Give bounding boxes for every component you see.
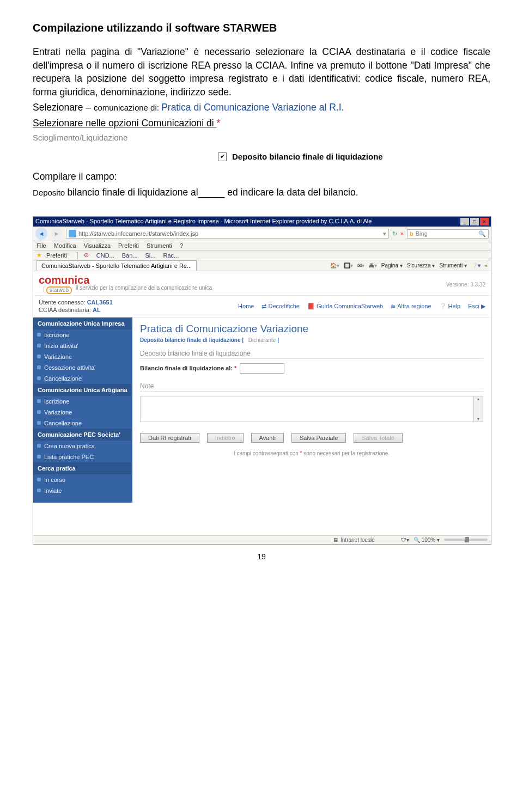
ie-tab-bar: ComunicaStarweb - Sportello Telematico A… (33, 260, 491, 271)
ie-status-bar: 🖥Intranet locale 🛡▾ 🔍 100% ▾ (33, 535, 491, 544)
page-menu[interactable]: Pagina ▾ (381, 262, 403, 268)
ie-menubar: File Modifica Visualizza Preferiti Strum… (33, 241, 491, 251)
doc-p5: Compilare il campo: (33, 170, 490, 184)
maximize-icon: □ (470, 218, 479, 225)
help-icon[interactable]: ❔▾ (471, 262, 481, 268)
ie-favorites-bar: ★ Preferiti │ ⊘ CND... Ban... Si... Rac.… (33, 251, 491, 260)
window-controls[interactable]: _□× (459, 218, 489, 225)
user-info: Utente connesso: CAL3651 CCIAA destinata… (39, 298, 113, 314)
minimize-icon: _ (460, 218, 469, 225)
section-heading: Note (140, 382, 483, 392)
zoom-slider[interactable] (444, 539, 488, 541)
doc-p1: Entrati nella pagina di "Variazione" è n… (33, 45, 490, 99)
menu-help[interactable]: ? (180, 242, 183, 249)
btn-dati-ri[interactable]: Dati RI registrati (140, 433, 199, 443)
menu-file[interactable]: File (37, 242, 46, 249)
print-icon[interactable]: 🖶▾ (369, 262, 377, 268)
sidebar-item[interactable]: Inviate (33, 485, 132, 496)
note-textarea[interactable]: ▴▾ (140, 396, 483, 422)
mail-icon[interactable]: ✉▾ (357, 262, 364, 268)
sidebar-item[interactable]: Variazione (33, 407, 132, 418)
field-label: Bilancio finale di liquidazione al: * (140, 365, 236, 371)
sidebar-item[interactable]: Crea nuova pratica (33, 441, 132, 451)
sidebar-item[interactable]: Cessazione attivita' (33, 362, 132, 373)
favorites-icon[interactable]: ★ (37, 252, 42, 259)
footnote: I campi contrassegnati con * sono necess… (140, 450, 483, 456)
page-title: Pratica di Comunicazione Variazione (140, 323, 483, 335)
fav-stop-icon[interactable]: ⊘ (84, 252, 89, 259)
checkbox-icon: ✔ (218, 152, 227, 161)
btn-salva-totale[interactable]: Salva Totale (354, 433, 403, 443)
zoom-label[interactable]: 🔍 100% ▾ (413, 537, 440, 543)
nav-home[interactable]: Home (238, 303, 254, 309)
fav-link[interactable]: Rac... (163, 252, 179, 259)
url-input[interactable]: http://starweb.infocamere.it/starweb/ind… (66, 229, 389, 239)
nav-guida[interactable]: 📕 Guida ComunicaStarweb (307, 303, 383, 310)
menu-tools[interactable]: Strumenti (147, 242, 172, 249)
doc-p3: Selezionare nelle opzioni Comunicazioni … (33, 117, 490, 130)
fav-link[interactable]: Ban... (122, 252, 138, 259)
nav-esci[interactable]: Esci ▶ (468, 303, 485, 310)
checkbox-deposito: ✔ Deposito bilancio finale di liquidazio… (218, 152, 490, 161)
menu-view[interactable]: Visualizza (84, 242, 111, 249)
close-icon: × (480, 218, 489, 225)
nav-help[interactable]: ❔ Help (439, 303, 461, 310)
bing-icon: b (410, 230, 413, 237)
feeds-icon[interactable]: 🔲▾ (344, 262, 353, 268)
fav-link[interactable]: CND... (96, 252, 114, 259)
sidebar-section: Comunicazione Unica Artigiana (33, 384, 132, 396)
sidebar-section: Comunicazione PEC Societa' (33, 429, 132, 441)
protected-mode-icon[interactable]: 🛡▾ (401, 537, 409, 543)
version-label: Versione: 3.3.32 (446, 282, 485, 288)
ie-titlebar: ComunicaStarweb - Sportello Telematico A… (33, 217, 491, 227)
doc-p4: Scioglimento/Liquidazione (33, 132, 490, 143)
section-heading: Deposito bilancio finale di liquidazione (140, 350, 483, 359)
breadcrumb: Deposito bilancio finale di liquidazione… (140, 337, 483, 343)
intranet-icon: 🖥 (333, 537, 338, 543)
tools-menu[interactable]: Strumenti ▾ (439, 262, 467, 268)
menu-edit[interactable]: Modifica (54, 242, 76, 249)
main-content: Pratica di Comunicazione Variazione Depo… (132, 318, 491, 503)
refresh-button[interactable]: ↻ (392, 230, 397, 237)
sidebar: Comunicazione Unica Impresa Iscrizione I… (33, 318, 132, 503)
home-icon[interactable]: 🏠▾ (330, 262, 339, 268)
btn-avanti[interactable]: Avanti (251, 433, 284, 443)
stop-button[interactable]: × (400, 230, 404, 237)
doc-p2: Selezionare – comunicazione di: Pratica … (33, 101, 490, 114)
sidebar-section: Comunicazione Unica Impresa (33, 318, 132, 329)
doc-p6: Deposito bilancio finale di liquidazione… (33, 186, 490, 199)
top-nav: Home ⇄ Decodifiche 📕 Guida ComunicaStarw… (238, 303, 485, 310)
zone-indicator: 🖥Intranet locale (333, 537, 375, 543)
search-box[interactable]: bBing🔍 (407, 229, 489, 239)
sidebar-item[interactable]: Cancellazione (33, 373, 132, 384)
btn-indietro[interactable]: Indietro (207, 433, 244, 443)
app-topbar: Utente connesso: CAL3651 CCIAA destinata… (33, 296, 491, 318)
brand-logo: comunica 〔starweb il servizio per la com… (39, 274, 212, 294)
nav-decod[interactable]: ⇄ Decodifiche (262, 303, 299, 310)
sidebar-item[interactable]: In corso (33, 474, 132, 485)
sidebar-item[interactable]: Lista pratiche PEC (33, 451, 132, 462)
sidebar-item[interactable]: Iscrizione (33, 396, 132, 407)
app-header: comunica 〔starweb il servizio per la com… (33, 271, 491, 296)
sidebar-item[interactable]: Cancellazione (33, 418, 132, 429)
date-input[interactable] (240, 363, 284, 374)
menu-favorites[interactable]: Preferiti (118, 242, 139, 249)
back-button[interactable]: ◄ (35, 228, 47, 240)
nav-regione[interactable]: ≋ Altra regione (391, 303, 431, 310)
sidebar-item[interactable]: Inizio attivita' (33, 340, 132, 351)
sidebar-item[interactable]: Iscrizione (33, 329, 132, 340)
sidebar-item[interactable]: Variazione (33, 351, 132, 362)
fav-link[interactable]: Si... (145, 252, 156, 259)
page-number: 19 (0, 552, 523, 561)
safety-menu[interactable]: Sicurezza ▾ (407, 262, 435, 268)
sidebar-section: Cerca pratica (33, 462, 132, 474)
doc-title: Compilazione utilizzando il software STA… (33, 22, 490, 34)
favorites-label[interactable]: Preferiti (46, 252, 67, 259)
ie-icon (69, 230, 76, 237)
ie-address-bar: ◄ ► http://starweb.infocamere.it/starweb… (33, 227, 491, 241)
forward-button[interactable]: ► (51, 228, 63, 240)
browser-tab[interactable]: ComunicaStarweb - Sportello Telematico A… (37, 260, 197, 271)
btn-salva-parziale[interactable]: Salva Parziale (291, 433, 346, 443)
screenshot-container: ComunicaStarweb - Sportello Telematico A… (33, 216, 491, 545)
scrollbar[interactable]: ▴▾ (473, 396, 483, 422)
